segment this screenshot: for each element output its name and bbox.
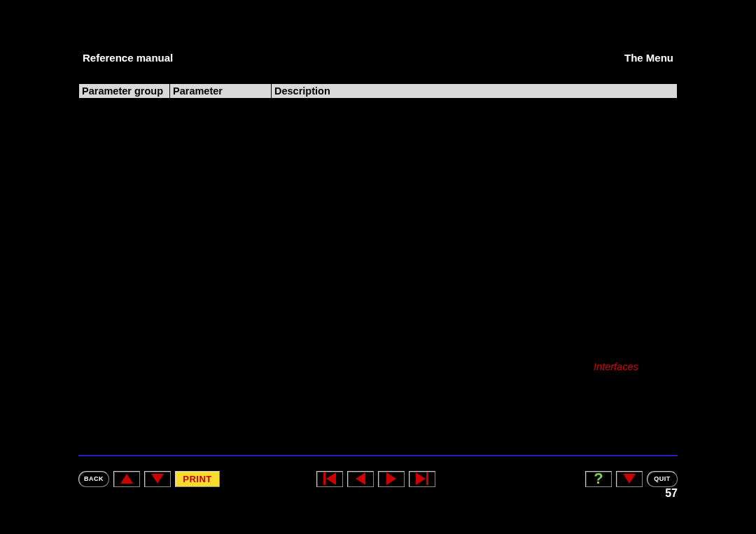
prev-icon xyxy=(356,472,365,485)
page-number: 57 xyxy=(78,487,678,500)
triangle-up-icon xyxy=(120,474,133,484)
bidir-params: Bidir = On* Bidir = Off xyxy=(170,99,272,192)
last-page-button[interactable] xyxy=(409,471,435,487)
quit-button[interactable]: QUIT xyxy=(647,471,678,487)
scroll-down-button[interactable] xyxy=(144,471,171,487)
back-button[interactable]: BACK xyxy=(78,471,109,487)
bidir-group: Bidir xyxy=(79,99,170,192)
first-icon xyxy=(323,472,336,485)
divider-line xyxy=(78,455,678,456)
table-row: Bidir Bidir = On* Bidir = Off Setting On… xyxy=(79,99,678,192)
list-item: The parity test for received data bytes … xyxy=(288,305,674,361)
title-bar: Reference manual The Menu xyxy=(78,50,678,66)
last-icon xyxy=(416,472,428,485)
pager-group xyxy=(316,471,440,487)
format-list: Sets the number of data bits The parity … xyxy=(274,294,674,372)
list-item: Selects one or two stop bits per data by… xyxy=(288,361,674,372)
bidir-desc: Setting On: Printer prints in both direc… xyxy=(272,99,678,192)
next-page-button[interactable] xyxy=(378,471,405,487)
manual-page: Reference manual The Menu Parameter grou… xyxy=(78,50,678,534)
nav-right-group: ? QUIT xyxy=(585,471,678,487)
next-icon xyxy=(386,472,396,485)
question-icon: ? xyxy=(594,471,603,486)
print-button[interactable]: PRINT xyxy=(175,471,220,487)
help-button[interactable]: ? xyxy=(585,471,612,487)
col-desc: Description xyxy=(272,84,678,99)
title-right: The Menu xyxy=(624,52,673,64)
quit-down-button[interactable] xyxy=(616,471,643,487)
first-page-button[interactable] xyxy=(316,471,343,487)
col-group: Parameter group xyxy=(79,84,170,99)
interfaces-link[interactable]: Interfaces xyxy=(594,361,638,372)
list-item: Sets the number of data bits xyxy=(288,294,674,305)
col-param: Parameter xyxy=(170,84,272,99)
prev-page-button[interactable] xyxy=(347,471,374,487)
scroll-up-button[interactable] xyxy=(113,471,140,487)
triangle-down-icon xyxy=(151,474,164,484)
triangle-down-icon xyxy=(623,474,636,484)
title-left: Reference manual xyxy=(83,52,173,64)
